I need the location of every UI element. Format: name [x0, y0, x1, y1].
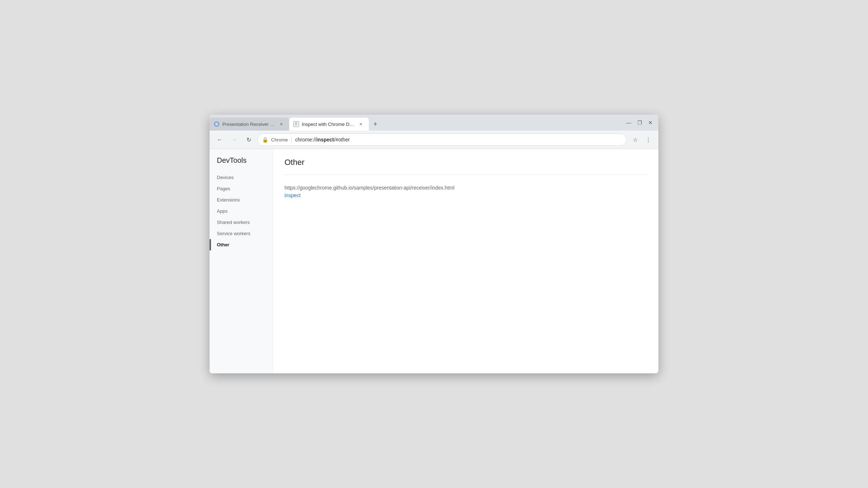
tab-inspect-title: Inspect with Chrome Dev…	[302, 122, 354, 127]
url-prefix: chrome://	[295, 137, 316, 143]
url-bold: inspect	[316, 137, 334, 143]
sidebar-item-apps[interactable]: Apps	[210, 205, 273, 217]
target-inspect-link[interactable]: inspect	[285, 192, 300, 198]
main-panel: Other https://googlechrome.github.io/sam…	[273, 149, 658, 373]
tab-presentation-close[interactable]: ×	[278, 120, 285, 128]
address-bar-actions: ☆ ⋮	[629, 134, 654, 145]
sidebar-item-apps-label: Apps	[217, 208, 228, 214]
svg-point-1	[216, 123, 218, 125]
tabs-container: Presentation Receiver A… × ☰ Inspect wit…	[210, 118, 621, 131]
sidebar-item-devices[interactable]: Devices	[210, 172, 273, 183]
restore-button[interactable]: ❐	[635, 118, 645, 128]
sidebar-item-shared-workers-label: Shared workers	[217, 220, 250, 225]
browser-window: Presentation Receiver A… × ☰ Inspect wit…	[210, 115, 658, 373]
site-label: Chrome	[271, 137, 288, 143]
sidebar-nav: Devices Pages Extensions Apps Shared wor…	[210, 172, 273, 250]
bookmark-button[interactable]: ☆	[629, 134, 641, 145]
devtools-tab-icon: ☰	[294, 121, 299, 127]
sidebar-item-extensions[interactable]: Extensions	[210, 194, 273, 205]
chrome-tab-icon	[214, 121, 219, 127]
url-suffix: /#other	[334, 137, 350, 143]
close-button[interactable]: ✕	[645, 118, 656, 128]
page-title: Other	[285, 158, 647, 167]
window-controls: — ❐ ✕	[621, 118, 658, 131]
menu-button[interactable]: ⋮	[642, 134, 654, 145]
sidebar-item-other[interactable]: Other	[210, 239, 273, 250]
sidebar-item-devices-label: Devices	[217, 175, 233, 180]
reload-button[interactable]: ↻	[243, 134, 254, 145]
tab-inspect[interactable]: ☰ Inspect with Chrome Dev… ×	[289, 118, 369, 131]
sidebar-item-extensions-label: Extensions	[217, 197, 240, 203]
target-url: https://googlechrome.github.io/samples/p…	[285, 185, 647, 191]
omnibox[interactable]: 🔒 Chrome | chrome://inspect/#other	[257, 133, 627, 146]
browser-content: DevTools Devices Pages Extensions Apps S…	[210, 149, 658, 373]
tab-presentation[interactable]: Presentation Receiver A… ×	[210, 118, 289, 131]
sidebar-item-service-workers-label: Service workers	[217, 231, 250, 236]
title-bar: Presentation Receiver A… × ☰ Inspect wit…	[210, 115, 658, 131]
url-separator: |	[291, 136, 292, 143]
forward-button[interactable]: →	[228, 134, 240, 145]
sidebar-item-other-label: Other	[217, 242, 229, 247]
sidebar-item-pages[interactable]: Pages	[210, 183, 273, 194]
security-icon: 🔒	[262, 137, 268, 143]
address-bar: ← → ↻ 🔒 Chrome | chrome://inspect/#other…	[210, 131, 658, 149]
sidebar: DevTools Devices Pages Extensions Apps S…	[210, 149, 273, 373]
new-tab-button[interactable]: +	[369, 119, 382, 129]
back-button[interactable]: ←	[214, 134, 226, 145]
section-divider	[285, 174, 647, 175]
sidebar-item-shared-workers[interactable]: Shared workers	[210, 217, 273, 228]
sidebar-item-service-workers[interactable]: Service workers	[210, 228, 273, 239]
sidebar-title: DevTools	[210, 156, 273, 172]
target-item: https://googlechrome.github.io/samples/p…	[285, 182, 647, 201]
url-display: chrome://inspect/#other	[295, 137, 622, 143]
tab-presentation-title: Presentation Receiver A…	[222, 122, 275, 127]
sidebar-item-pages-label: Pages	[217, 186, 230, 191]
tab-inspect-close[interactable]: ×	[357, 120, 365, 128]
minimize-button[interactable]: —	[624, 118, 634, 128]
